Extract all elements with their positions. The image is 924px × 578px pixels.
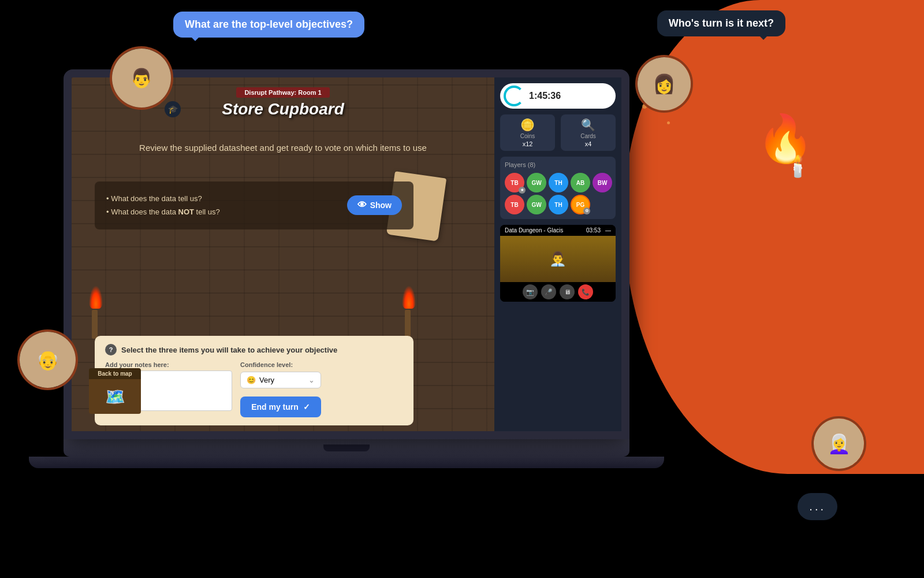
avatar-placeholder-bottom-right: 👩‍🦳 [814, 418, 864, 469]
video-controls: 📷 🎤 🖥 📞 [500, 282, 616, 302]
video-header: Data Dungeon - Glacis 03:53 — [500, 225, 616, 236]
question-2: • What does the data NOT tell us? [106, 205, 220, 218]
timer-row: 1:45:36 [500, 83, 616, 109]
torch-flame-left [89, 286, 103, 309]
video-participant-icon: 👨‍💼 [549, 251, 567, 267]
torch-flame-right [402, 286, 416, 309]
camera-button[interactable]: 📷 [523, 284, 538, 299]
players-section: Players (8) TB★ GW TH AB BW TB GW TH PG⚙ [500, 157, 616, 219]
torch-right [402, 286, 413, 339]
pathway-badge: Disrupt Pathway: Room 1 [236, 87, 329, 98]
avatar-bottom-left: 👴 [17, 329, 78, 390]
questions-list: • What does the data tell us? • What doe… [106, 192, 220, 219]
player-TB-1[interactable]: TB★ [505, 173, 524, 192]
task-instruction: Select the three items you will take to … [121, 346, 337, 354]
mortarboard-badge: 🎓 [165, 101, 181, 117]
player-TB-2[interactable]: TB [505, 195, 524, 214]
show-button[interactable]: 👁 Show [347, 195, 402, 215]
timer-text: 1:45:36 [529, 91, 561, 101]
resources-row: 🪙 Coins x12 🔍 Cards x4 [500, 114, 616, 151]
hang-up-button[interactable]: 📞 [578, 284, 593, 299]
player-TH-1[interactable]: TH [549, 173, 568, 192]
eye-icon: 👁 [357, 200, 367, 210]
laptop-foot [29, 457, 664, 468]
players-grid: TB★ GW TH AB BW TB GW TH PG⚙ [505, 173, 611, 214]
end-turn-label: End my turn [251, 402, 299, 412]
cards-resource: 🔍 Cards x4 [561, 114, 616, 151]
question-1: • What does the data tell us? [106, 192, 220, 205]
player-GW-1[interactable]: GW [527, 173, 546, 192]
avatar-placeholder-bottom-left: 👴 [20, 332, 76, 388]
cards-icon: 🔍 [581, 118, 595, 132]
player-PG[interactable]: PG⚙ [571, 195, 590, 214]
gear-badge: ⚙ [583, 208, 590, 214]
player-AB[interactable]: AB [571, 173, 590, 192]
speech-bubble-left: What are the top-level objectives? [173, 12, 364, 38]
task-fields: Add your notes here: Confidence level: 😊… [105, 361, 403, 417]
emoji-icon: 😊 [247, 376, 256, 384]
mic-button[interactable]: 🎤 [541, 284, 556, 299]
confidence-value: Very [259, 376, 274, 384]
player-BW[interactable]: BW [593, 173, 612, 192]
task-question-icon: ? [105, 344, 117, 355]
star-badge: ★ [519, 187, 526, 194]
avatar-top-left: 👨 [110, 46, 173, 110]
task-box: ? Select the three items you will take t… [95, 336, 413, 425]
back-to-map[interactable]: Back to map 🗺️ [89, 368, 141, 414]
coins-label: Coins [520, 133, 535, 139]
avatar-placeholder-top-left: 👨 [112, 49, 171, 108]
confidence-label: Confidence level: [240, 361, 321, 368]
video-time: 03:53 [586, 227, 601, 234]
torch-body-left [92, 310, 98, 339]
end-turn-button[interactable]: End my turn ✓ [240, 397, 321, 417]
cards-count: x4 [585, 140, 592, 147]
back-map-label: Back to map [89, 368, 141, 379]
screen-content: Disrupt Pathway: Room 1 Store Cupboard R… [72, 77, 621, 431]
notes-label: Add your notes here: [105, 361, 232, 368]
room-description: Review the supplied datasheet and get re… [72, 141, 494, 155]
chevron-down-icon: ⌄ [308, 376, 315, 384]
avatar-top-right: 👩 [635, 55, 693, 113]
cards-label: Cards [580, 133, 596, 139]
laptop: Disrupt Pathway: Room 1 Store Cupboard R… [64, 69, 629, 486]
minimize-icon[interactable]: — [605, 227, 611, 234]
laptop-screen: Disrupt Pathway: Room 1 Store Cupboard R… [64, 69, 629, 439]
back-map-icon: 🗺️ [89, 379, 141, 414]
screen-share-button[interactable]: 🖥 [560, 284, 575, 299]
video-body: 👨‍💼 [500, 236, 616, 282]
show-button-label: Show [370, 201, 392, 210]
speech-bubble-right: Who's turn is it next? [657, 10, 785, 36]
avatar-bottom-right: 👩‍🦳 [811, 416, 866, 471]
video-title: Data Dungeon - Glacis [505, 227, 563, 234]
dot-decoration [667, 121, 670, 124]
coins-resource: 🪙 Coins x12 [500, 114, 555, 151]
video-call: Data Dungeon - Glacis 03:53 — 👨‍💼 📷 🎤 🖥 [500, 225, 616, 302]
players-title: Players (8) [505, 161, 611, 168]
laptop-notch [323, 444, 370, 451]
coins-icon: 🪙 [520, 118, 535, 132]
player-GW-2[interactable]: GW [527, 195, 546, 214]
questions-box: • What does the data tell us? • What doe… [95, 181, 413, 229]
player-TH-2[interactable]: TH [549, 195, 568, 214]
confidence-group: Confidence level: 😊 Very ⌄ End my turn ✓ [240, 361, 321, 417]
task-header: ? Select the three items you will take t… [105, 344, 403, 355]
laptop-base [64, 439, 629, 457]
game-area: Disrupt Pathway: Room 1 Store Cupboard R… [72, 77, 494, 431]
right-panel: 1:45:36 🪙 Coins x12 🔍 Cards x4 [494, 77, 621, 431]
timer-circle [504, 86, 524, 106]
checkmark-icon: ✓ [303, 402, 310, 412]
torch-left [89, 286, 100, 339]
avatar-placeholder-top-right: 👩 [638, 57, 691, 110]
coins-count: x12 [523, 140, 533, 147]
confidence-select[interactable]: 😊 Very ⌄ [240, 372, 321, 388]
more-options-button[interactable]: ... [798, 493, 837, 520]
torch-body-decoration: 🕯️ [785, 156, 811, 177]
torch-body-right [405, 310, 411, 339]
